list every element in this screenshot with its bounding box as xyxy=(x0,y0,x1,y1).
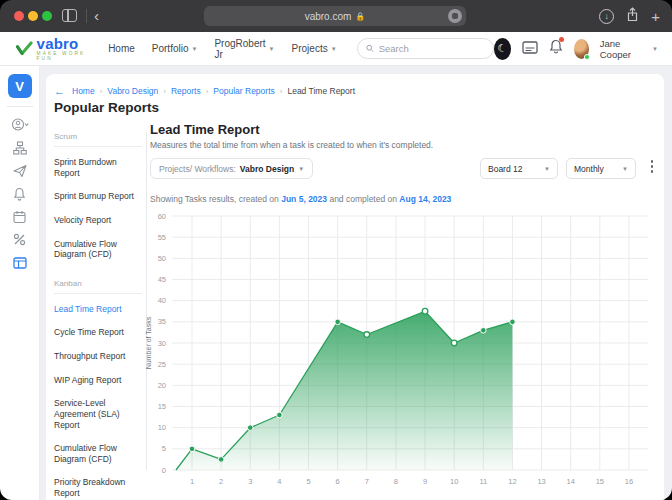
reports-board-icon[interactable] xyxy=(13,251,27,274)
sidebar-item-cycle-time[interactable]: Cycle Time Report xyxy=(54,327,142,338)
breadcrumb-vabro-design[interactable]: Vabro Design xyxy=(107,86,158,96)
svg-text:Number of Tasks: Number of Tasks xyxy=(145,316,152,369)
breadcrumb-popular-reports[interactable]: Popular Reports xyxy=(213,86,274,96)
svg-text:20: 20 xyxy=(158,381,166,390)
account-switcher-icon[interactable] xyxy=(11,113,29,136)
breadcrumb-back-icon[interactable]: ← xyxy=(54,85,65,97)
svg-text:15: 15 xyxy=(158,402,166,411)
breadcrumb-reports[interactable]: Reports xyxy=(171,86,201,96)
chevron-down-icon: ▼ xyxy=(298,166,304,172)
share-icon[interactable] xyxy=(626,7,639,26)
avatar[interactable] xyxy=(574,39,589,59)
svg-text:9: 9 xyxy=(423,477,427,486)
svg-text:50: 50 xyxy=(158,254,166,263)
nav-item-portfolio[interactable]: Portfolio▼ xyxy=(152,43,198,54)
search-input-wrap[interactable] xyxy=(357,38,494,59)
svg-text:2: 2 xyxy=(219,477,223,486)
report-description: Measures the total time from when a task… xyxy=(150,140,433,150)
sidebar-toggle-icon[interactable] xyxy=(62,9,77,22)
svg-text:13: 13 xyxy=(537,477,545,486)
nav-item-projects[interactable]: Projects▼ xyxy=(292,43,337,54)
svg-text:14: 14 xyxy=(567,477,575,486)
rail-divider xyxy=(7,106,33,107)
board-select[interactable]: Board 12 ▼ xyxy=(480,158,558,179)
user-name: Jane Cooper xyxy=(600,38,641,60)
calendar-icon[interactable] xyxy=(13,205,26,228)
chevron-down-icon: ▼ xyxy=(192,46,198,52)
moon-icon: ☾ xyxy=(497,42,507,55)
svg-text:6: 6 xyxy=(336,477,340,486)
sidebar-item-sprint-burnup[interactable]: Sprint Burnup Report xyxy=(54,191,142,202)
page-title: Popular Reports xyxy=(54,100,159,115)
chevron-down-icon: ▼ xyxy=(269,46,275,52)
online-status-dot xyxy=(584,54,590,60)
vabro-check-icon xyxy=(16,39,33,59)
svg-text:3: 3 xyxy=(248,477,252,486)
nav-item-home[interactable]: Home xyxy=(108,43,135,54)
svg-text:45: 45 xyxy=(158,275,166,284)
svg-text:5: 5 xyxy=(162,444,166,453)
svg-text:25: 25 xyxy=(158,360,166,369)
period-select[interactable]: Monthly ▼ xyxy=(566,158,636,179)
more-options-icon[interactable] xyxy=(651,160,654,173)
svg-text:15: 15 xyxy=(596,477,604,486)
svg-text:0: 0 xyxy=(162,466,166,475)
chrome-divider xyxy=(86,9,87,23)
workspace-logo[interactable]: V xyxy=(8,74,32,98)
address-bar[interactable]: vabro.com 🔒 xyxy=(204,6,466,26)
chevron-down-icon: ▼ xyxy=(544,166,550,172)
back-button[interactable]: ‹ xyxy=(94,5,99,27)
reader-mode-icon[interactable] xyxy=(448,9,462,23)
svg-text:1: 1 xyxy=(190,477,194,486)
notifications-button[interactable] xyxy=(549,39,563,58)
sidebar-item-cfd-scrum[interactable]: Cumulative Flow Diagram (CFD) xyxy=(54,239,142,260)
reports-card: ← Home › Vabro Design › Reports › Popula… xyxy=(46,74,664,500)
svg-text:40: 40 xyxy=(158,296,166,305)
downloads-icon[interactable]: ↓ xyxy=(599,9,614,24)
svg-text:12: 12 xyxy=(508,477,516,486)
logo-tagline: MAKE WORK FUN xyxy=(37,52,89,62)
url-text: vabro.com xyxy=(305,11,352,22)
minimize-window-button[interactable] xyxy=(28,11,38,21)
svg-text:30: 30 xyxy=(158,339,166,348)
section-label-kanban: Kanban xyxy=(54,279,142,294)
nav-item-progrobert[interactable]: ProgRobert Jr▼ xyxy=(214,38,274,60)
breadcrumb: ← Home › Vabro Design › Reports › Popula… xyxy=(54,85,355,97)
billing-panel-icon[interactable] xyxy=(522,40,538,58)
zoom-window-button[interactable] xyxy=(42,11,52,21)
breadcrumb-current: Lead Time Report xyxy=(287,86,355,96)
bell-icon[interactable] xyxy=(13,182,26,205)
breadcrumb-home[interactable]: Home xyxy=(72,86,95,96)
sidebar-item-priority-breakdown[interactable]: Priority Breakdown Report xyxy=(54,477,142,498)
lock-icon: 🔒 xyxy=(355,12,365,21)
sidebar-item-sprint-burndown[interactable]: Sprint Burndown Report xyxy=(54,157,142,178)
logo-wordmark: vabro xyxy=(37,36,89,51)
workflow-icon[interactable] xyxy=(13,136,27,159)
project-workflow-filter[interactable]: Projects/ Workflows: Vabro Design ▼ xyxy=(150,158,313,179)
send-icon[interactable] xyxy=(13,159,27,182)
sidebar-item-sla[interactable]: Service-Level Agreement (SLA) Report xyxy=(54,398,142,430)
svg-text:60: 60 xyxy=(158,212,166,221)
chevron-down-icon: ▼ xyxy=(331,46,337,52)
svg-text:10: 10 xyxy=(450,477,458,486)
sidebar-item-velocity[interactable]: Velocity Report xyxy=(54,215,142,226)
report-title: Lead Time Report xyxy=(150,122,260,137)
svg-text:16: 16 xyxy=(625,477,633,486)
sidebar-item-lead-time[interactable]: Lead Time Report xyxy=(54,304,142,315)
svg-text:10: 10 xyxy=(158,423,166,432)
content-area: ← Home › Vabro Design › Reports › Popula… xyxy=(40,66,672,500)
close-window-button[interactable] xyxy=(14,11,24,21)
chevron-down-icon[interactable]: ▼ xyxy=(652,46,658,52)
svg-text:55: 55 xyxy=(158,233,166,242)
sidebar-item-wip-aging[interactable]: WIP Aging Report xyxy=(54,375,142,386)
search-input[interactable] xyxy=(379,43,485,54)
vabro-logo[interactable]: vabro MAKE WORK FUN xyxy=(16,36,88,62)
new-tab-button[interactable]: + xyxy=(651,8,660,25)
notification-badge xyxy=(559,37,564,42)
sidebar-item-cfd-kanban[interactable]: Cumulative Flow Diagram (CFD) xyxy=(54,443,142,464)
percent-icon[interactable] xyxy=(13,228,26,251)
icon-rail: V xyxy=(0,66,40,500)
sidebar-item-throughput[interactable]: Throughput Report xyxy=(54,351,142,362)
created-date: Jun 5, 2023 xyxy=(281,194,327,204)
dark-mode-toggle[interactable]: ☾ xyxy=(494,38,511,60)
